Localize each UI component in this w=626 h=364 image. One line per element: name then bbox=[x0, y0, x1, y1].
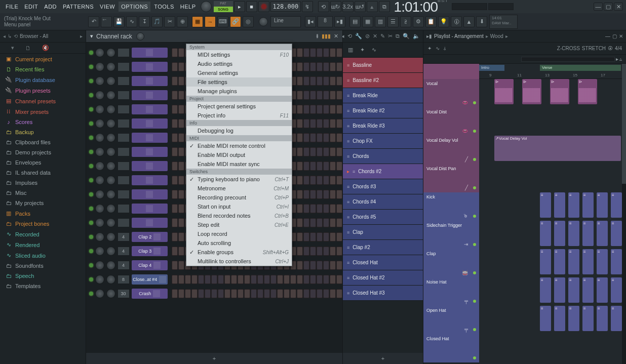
track-active-led[interactable] bbox=[473, 271, 476, 274]
pattern-break-ride[interactable]: ≡Break Ride bbox=[343, 88, 423, 103]
pan-knob[interactable] bbox=[95, 275, 104, 284]
wait-input-icon[interactable]: ⧉ bbox=[379, 1, 390, 12]
vol-knob[interactable] bbox=[106, 218, 115, 227]
step-cell[interactable] bbox=[231, 275, 237, 284]
step-cell[interactable] bbox=[310, 105, 316, 114]
channel-button[interactable] bbox=[132, 90, 168, 100]
step-cell[interactable] bbox=[303, 161, 309, 171]
render-icon[interactable]: ∿ bbox=[126, 16, 137, 27]
track-closed-hat[interactable]: Closed Hat bbox=[423, 334, 479, 362]
step-cell[interactable] bbox=[172, 261, 178, 270]
vol-knob[interactable] bbox=[106, 161, 115, 171]
step-cell[interactable] bbox=[330, 190, 336, 199]
step-cell[interactable] bbox=[231, 289, 237, 298]
pattern-break-ride-2[interactable]: ≡Break Ride #2 bbox=[343, 103, 423, 118]
step-cell[interactable] bbox=[323, 190, 329, 199]
vol-knob[interactable] bbox=[106, 261, 115, 270]
step-cell[interactable] bbox=[323, 91, 329, 100]
drag-grip-icon[interactable]: ≡ bbox=[347, 63, 349, 68]
step-cell[interactable] bbox=[330, 76, 336, 86]
pattern-clip[interactable]: ≡ bbox=[597, 306, 608, 331]
step-cell[interactable] bbox=[317, 275, 323, 284]
menu-item-general-settings[interactable]: General settings bbox=[186, 68, 292, 77]
stretch-label[interactable]: STRETCH bbox=[582, 46, 606, 51]
step-cell[interactable] bbox=[323, 48, 329, 57]
step-display-icon[interactable]: ▮▮▮ bbox=[322, 33, 331, 39]
menu-item-auto-scrolling[interactable]: Auto scrolling bbox=[186, 238, 292, 248]
step-cell[interactable] bbox=[303, 48, 309, 57]
step-cell[interactable] bbox=[310, 289, 316, 298]
step-cell[interactable] bbox=[284, 289, 290, 298]
tempo-display[interactable]: 128.000 bbox=[270, 2, 301, 12]
browser-fwd-icon[interactable]: ↳ bbox=[8, 33, 12, 39]
browser-item-my-projects[interactable]: 🗀My projects bbox=[0, 198, 86, 208]
vol-knob[interactable] bbox=[106, 176, 115, 185]
tool-4-icon[interactable]: 🛈 bbox=[451, 16, 462, 27]
step-cell[interactable] bbox=[336, 62, 342, 71]
nudge-left-icon[interactable]: ▮◂ bbox=[305, 16, 316, 27]
browser-item-current-project[interactable]: ▣Current project bbox=[0, 54, 86, 64]
close-button[interactable]: ✕ bbox=[614, 3, 623, 11]
automation-clip-delay[interactable]: ↗Vocal Delay Vol bbox=[494, 136, 621, 161]
menu-item-file-settings[interactable]: File settings bbox=[186, 77, 292, 87]
track-open-hat[interactable]: Open Hat╤ bbox=[423, 306, 479, 334]
step-cell[interactable] bbox=[303, 275, 309, 284]
step-cell[interactable] bbox=[336, 48, 342, 57]
cut-icon[interactable]: ✂ bbox=[164, 16, 175, 27]
playlist-arrangement[interactable]: Wood bbox=[490, 33, 503, 39]
mixer-track-num[interactable] bbox=[118, 48, 130, 57]
pattern-clip[interactable]: ≡ bbox=[554, 277, 565, 303]
step-cell[interactable] bbox=[178, 105, 184, 114]
step-cell[interactable] bbox=[336, 218, 342, 227]
step-cell[interactable] bbox=[336, 261, 342, 270]
step-cell[interactable] bbox=[178, 190, 184, 199]
stop-button[interactable]: ■ bbox=[246, 1, 257, 12]
pattern-clip[interactable]: ≡ bbox=[540, 277, 551, 303]
mixer-track-num[interactable] bbox=[118, 161, 130, 171]
step-cell[interactable] bbox=[172, 119, 178, 128]
step-cell[interactable] bbox=[310, 133, 316, 142]
step-cell[interactable] bbox=[330, 119, 336, 128]
step-cell[interactable] bbox=[336, 275, 342, 284]
add-pattern-button[interactable]: + bbox=[343, 353, 423, 364]
pan-knob[interactable] bbox=[95, 147, 104, 156]
step-grid[interactable] bbox=[172, 289, 342, 298]
track-vocal-delay-vol[interactable]: Vocal Delay Vol╱ bbox=[423, 136, 479, 164]
step-cell[interactable] bbox=[297, 289, 303, 298]
drag-grip-icon[interactable]: ≡ bbox=[347, 275, 349, 280]
step-cell[interactable] bbox=[323, 62, 329, 71]
step-cell[interactable] bbox=[317, 161, 323, 171]
step-cell[interactable] bbox=[172, 161, 178, 171]
mute-led[interactable] bbox=[89, 79, 93, 83]
step-cell[interactable] bbox=[297, 147, 303, 156]
step-cell[interactable] bbox=[336, 204, 342, 213]
pan-knob[interactable] bbox=[95, 105, 104, 114]
track-kick[interactable]: Kick🖰 bbox=[423, 192, 479, 221]
step-cell[interactable] bbox=[310, 204, 316, 213]
mixer-track-num[interactable] bbox=[118, 119, 130, 128]
browser-item-packs[interactable]: ▥Packs bbox=[0, 208, 86, 219]
step-cell[interactable] bbox=[336, 289, 342, 298]
step-cell[interactable] bbox=[172, 133, 178, 142]
step-cell[interactable] bbox=[178, 275, 184, 284]
channel-button[interactable] bbox=[132, 204, 168, 214]
step-cell[interactable] bbox=[310, 275, 316, 284]
menu-item-loop-record[interactable]: Loop record bbox=[186, 229, 292, 238]
step-cell[interactable] bbox=[297, 105, 303, 114]
track-noise-hat[interactable]: Noise Hat╤ bbox=[423, 277, 479, 306]
step-cell[interactable] bbox=[297, 275, 303, 284]
nudge-right-icon[interactable]: ▸▮ bbox=[334, 16, 345, 27]
mixer-track-num[interactable]: 4 bbox=[118, 232, 130, 241]
channel-button[interactable] bbox=[132, 48, 168, 58]
mute-led[interactable] bbox=[89, 235, 93, 239]
step-cell[interactable] bbox=[264, 289, 270, 298]
step-cell[interactable] bbox=[270, 275, 277, 284]
step-cell[interactable] bbox=[191, 289, 198, 298]
menu-item-blend-recorded-notes[interactable]: Blend recorded notesCtrl+B bbox=[186, 211, 292, 220]
step-cell[interactable] bbox=[172, 247, 178, 256]
picker-zoom-icon[interactable]: 🔍 bbox=[403, 33, 410, 39]
pan-knob[interactable] bbox=[95, 119, 104, 128]
menu-file[interactable]: FILE bbox=[3, 2, 21, 12]
drag-grip-icon[interactable]: ≡ bbox=[347, 184, 349, 189]
step-cell[interactable] bbox=[310, 190, 316, 199]
